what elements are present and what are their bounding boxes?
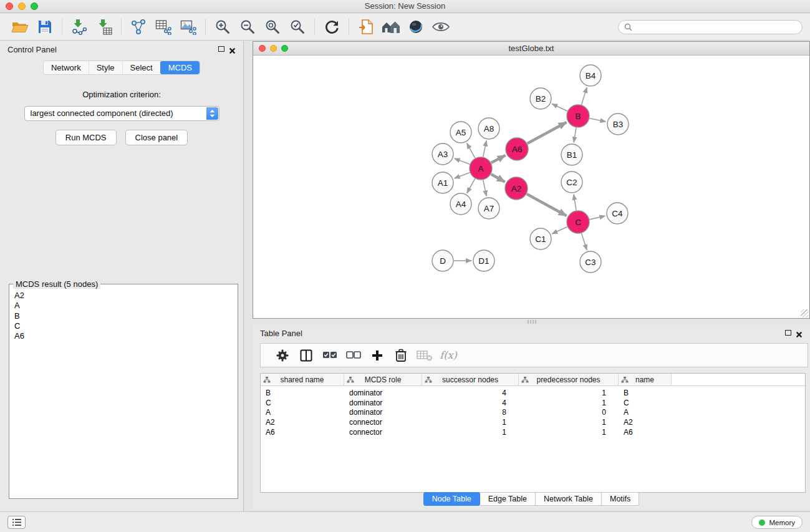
table-row[interactable]: A6connector11A6: [261, 427, 805, 437]
delete-table-button[interactable]: [413, 345, 436, 366]
close-table-panel-icon[interactable]: [796, 329, 803, 336]
edge-A-A2[interactable]: [491, 174, 505, 181]
tab-motifs[interactable]: Motifs: [602, 492, 639, 506]
edge-A2-C[interactable]: [527, 194, 567, 216]
task-history-button[interactable]: [7, 516, 26, 529]
edge-C-C1[interactable]: [552, 227, 567, 234]
close-panel-icon[interactable]: [229, 46, 236, 52]
edge-A-A5[interactable]: [467, 143, 475, 158]
export-image-button[interactable]: [176, 15, 201, 39]
node-D[interactable]: D: [432, 250, 453, 271]
node-C3[interactable]: C3: [580, 251, 601, 273]
node-B3[interactable]: B3: [607, 114, 629, 135]
function-builder-button[interactable]: f(x): [436, 345, 460, 366]
node-C4[interactable]: C4: [607, 203, 628, 224]
edge-A-A7[interactable]: [483, 180, 486, 196]
tab-node-table[interactable]: Node Table: [423, 492, 480, 506]
tab-network[interactable]: Network: [44, 61, 89, 74]
save-session-button[interactable]: [32, 15, 57, 39]
import-network-button[interactable]: [67, 15, 92, 39]
apply-layout-button[interactable]: [319, 15, 344, 39]
maximize-network-window-button[interactable]: [281, 45, 288, 52]
table-row[interactable]: A2connector11A2: [261, 417, 805, 427]
show-graphics-details-button[interactable]: [428, 15, 453, 39]
add-column-button[interactable]: [365, 345, 389, 366]
mcds-result-item[interactable]: A: [14, 301, 233, 311]
optimization-criterion-select[interactable]: largest connected component (directed): [24, 106, 219, 121]
edge-C-C3[interactable]: [582, 233, 587, 250]
delete-column-button[interactable]: [389, 345, 413, 366]
maximize-window-button[interactable]: [31, 2, 38, 10]
column-header-shared-name[interactable]: shared name: [261, 374, 344, 385]
node-A6[interactable]: A6: [506, 138, 528, 160]
zoom-out-button[interactable]: [235, 15, 260, 39]
style-button[interactable]: [403, 15, 428, 39]
tab-mcds[interactable]: MCDS: [160, 61, 200, 74]
edge-C-C2[interactable]: [574, 195, 576, 210]
mcds-result-item[interactable]: B: [14, 311, 233, 321]
node-B[interactable]: B: [567, 105, 589, 127]
show-columns-button[interactable]: [294, 345, 318, 366]
run-mcds-button[interactable]: Run MCDS: [55, 130, 117, 145]
minimize-network-window-button[interactable]: [270, 45, 277, 52]
node-C[interactable]: C: [567, 211, 589, 233]
edge-B-B4[interactable]: [582, 87, 587, 105]
node-A4[interactable]: A4: [450, 193, 471, 215]
column-header-successor-nodes[interactable]: successor nodes: [422, 374, 519, 385]
zoom-fit-button[interactable]: [260, 15, 285, 39]
resize-handle[interactable]: [801, 309, 809, 317]
close-panel-button[interactable]: Close panel: [125, 130, 188, 145]
zoom-in-button[interactable]: [210, 15, 235, 39]
node-B2[interactable]: B2: [530, 88, 551, 109]
table-settings-button[interactable]: [271, 345, 294, 366]
float-panel-icon[interactable]: [218, 46, 224, 52]
zoom-selected-button[interactable]: [285, 15, 310, 39]
select-all-button[interactable]: [318, 345, 342, 366]
edge-A-A1[interactable]: [455, 173, 470, 178]
edge-C-C4[interactable]: [590, 216, 605, 220]
close-network-window-button[interactable]: [259, 45, 266, 52]
splitter-handle[interactable]: [528, 320, 536, 324]
tab-style[interactable]: Style: [89, 61, 122, 74]
close-window-button[interactable]: [6, 2, 13, 10]
edge-A-A4[interactable]: [467, 179, 475, 193]
node-A8[interactable]: A8: [478, 118, 499, 139]
edge-B-B2[interactable]: [552, 104, 567, 111]
tab-network-table[interactable]: Network Table: [536, 492, 602, 506]
edge-A6-B[interactable]: [528, 122, 567, 143]
open-file-button[interactable]: [354, 15, 378, 39]
node-A1[interactable]: A1: [432, 172, 453, 193]
tab-select[interactable]: Select: [122, 61, 160, 74]
home-button[interactable]: [378, 15, 403, 39]
node-A[interactable]: A: [470, 157, 492, 180]
table-row[interactable]: Cdominator41C: [261, 398, 805, 408]
mcds-result-item[interactable]: A6: [14, 331, 233, 341]
float-table-panel-icon[interactable]: [785, 330, 791, 336]
column-header-name[interactable]: name: [619, 374, 672, 385]
network-window-titlebar[interactable]: testGlobe.txt: [253, 42, 809, 56]
open-session-button[interactable]: [7, 15, 32, 39]
minimize-window-button[interactable]: [18, 2, 26, 10]
table-row[interactable]: Adominator80A: [261, 408, 805, 418]
column-header-mcds-role[interactable]: MCDS role: [344, 374, 422, 385]
node-B4[interactable]: B4: [580, 65, 601, 86]
new-network-button[interactable]: [126, 15, 151, 39]
node-D1[interactable]: D1: [473, 250, 494, 271]
node-A3[interactable]: A3: [432, 143, 453, 165]
edge-A-A6[interactable]: [491, 155, 506, 163]
import-table-button[interactable]: [92, 15, 117, 39]
search-input[interactable]: [636, 22, 796, 31]
node-B1[interactable]: B1: [561, 144, 582, 165]
tab-edge-table[interactable]: Edge Table: [480, 492, 536, 506]
node-C2[interactable]: C2: [561, 172, 582, 193]
memory-button[interactable]: Memory: [751, 516, 803, 529]
node-A7[interactable]: A7: [478, 198, 499, 219]
node-C1[interactable]: C1: [530, 228, 551, 249]
edge-B-B1[interactable]: [574, 128, 576, 142]
network-canvas[interactable]: B4B2BB3A5A8A6A3B1AA1C2A2A4A7CC4C1C3DD1: [253, 56, 809, 318]
node-A2[interactable]: A2: [505, 177, 528, 200]
edge-A-A3[interactable]: [455, 158, 470, 164]
table-row[interactable]: Bdominator41B: [261, 388, 805, 398]
mcds-result-item[interactable]: A2: [14, 291, 233, 301]
edge-A-A8[interactable]: [483, 141, 486, 157]
